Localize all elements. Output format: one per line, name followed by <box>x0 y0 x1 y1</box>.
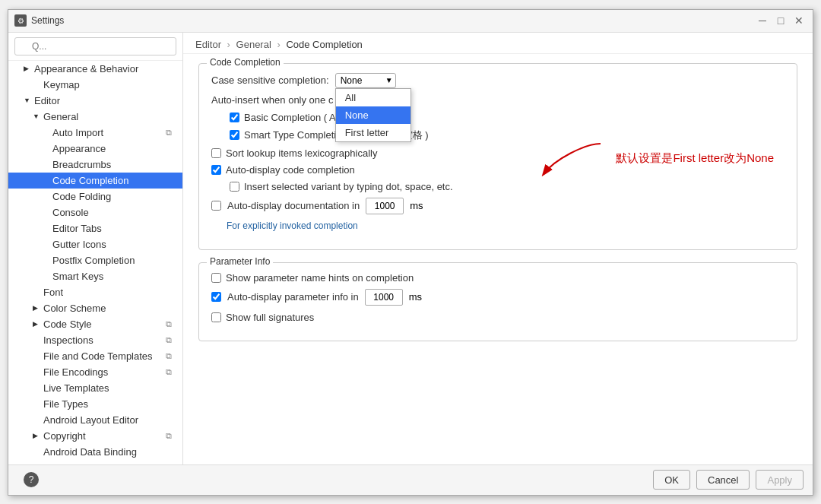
collapse-icon: ▶ <box>33 432 40 439</box>
sidebar-item-label: Code Folding <box>52 191 111 202</box>
dropdown-container: None ▼ All None First letter <box>335 73 396 88</box>
sidebar-item-label: File and Code Templates <box>43 350 153 362</box>
annotation-container: 默认设置是First letter改为None <box>540 136 774 182</box>
dropdown-option-none[interactable]: None <box>336 106 410 124</box>
sidebar-item-label: Breadcrumbs <box>52 159 111 170</box>
auto-display-param-label: Auto-display parameter info in <box>227 291 359 303</box>
sort-lookup-label: Sort lookup items lexicographically <box>226 147 377 159</box>
collapse-icon: ▶ <box>24 65 31 72</box>
auto-display-param-checkbox[interactable] <box>211 292 221 302</box>
sidebar-item-label: Console <box>52 207 89 218</box>
sidebar-item-gutter-icons[interactable]: Gutter Icons <box>8 236 182 252</box>
parameter-info-section: Parameter Info Show parameter name hints… <box>198 262 797 341</box>
sidebar-item-copyright[interactable]: ▶ Copyright ⧉ <box>8 428 182 444</box>
collapse-icon: ▶ <box>33 320 40 328</box>
sidebar-item-keymap[interactable]: Keymap <box>8 77 182 93</box>
sidebar-item-font[interactable]: Font <box>8 284 182 300</box>
auto-display-doc-row: Auto-display documentation in ms <box>211 198 785 214</box>
basic-completion-checkbox[interactable] <box>230 113 239 122</box>
sidebar-item-general[interactable]: ▼ General <box>8 109 182 125</box>
sidebar-item-label: Gutter Icons <box>52 239 106 250</box>
sidebar-item-editor-tabs[interactable]: Editor Tabs <box>8 220 182 236</box>
sidebar-item-label: Android Data Binding <box>43 446 137 458</box>
auto-display-doc-checkbox[interactable] <box>211 201 221 211</box>
cancel-button[interactable]: Cancel <box>696 470 750 490</box>
search-wrap: 🔍 <box>14 37 176 55</box>
dropdown-option-all[interactable]: All <box>336 89 410 106</box>
search-box: 🔍 <box>8 33 182 61</box>
sidebar-item-label: Appearance & Behavior <box>34 63 138 74</box>
sidebar-item-live-templates[interactable]: Live Templates <box>8 380 182 396</box>
sidebar-item-label: Smart Keys <box>52 271 103 282</box>
sidebar-item-label: File Types <box>43 398 88 410</box>
sidebar-item-inspections[interactable]: Inspections ⧉ <box>8 332 182 348</box>
smart-type-checkbox[interactable] <box>230 130 239 140</box>
copy-icon: ⧉ <box>166 128 176 138</box>
case-sensitive-row: Case sensitive completion: None ▼ All <box>211 73 785 88</box>
section2-title: Parameter Info <box>207 256 273 267</box>
show-full-sig-row: Show full signatures <box>211 312 785 323</box>
auto-display-param-ms-input[interactable] <box>365 289 403 306</box>
content-area: Code Completion Case sensitive completio… <box>183 54 813 464</box>
minimize-button[interactable]: ─ <box>755 13 770 28</box>
footer: ? OK Cancel Apply <box>8 464 813 495</box>
sidebar: 🔍 ▶ Appearance & Behavior Keymap ▼ Edito… <box>8 33 183 464</box>
show-full-sig-checkbox[interactable] <box>211 312 221 322</box>
sidebar-item-file-encodings[interactable]: File Encodings ⧉ <box>8 364 182 380</box>
sidebar-item-label: Inspections <box>43 334 94 346</box>
sidebar-item-appearance[interactable]: Appearance <box>8 141 182 157</box>
sidebar-item-editor[interactable]: ▼ Editor <box>8 93 182 109</box>
sidebar-item-file-types[interactable]: File Types <box>8 396 182 412</box>
sidebar-item-console[interactable]: Console <box>8 204 182 220</box>
footer-left: ? <box>17 472 647 487</box>
main-content: Editor › General › Code Completion Code … <box>183 33 813 464</box>
show-param-hints-label: Show parameter name hints on completion <box>226 272 414 284</box>
sidebar-item-color-scheme[interactable]: ▶ Color Scheme <box>8 300 182 316</box>
sidebar-item-label: Copyright <box>43 430 86 442</box>
close-button[interactable]: ✕ <box>791 13 807 28</box>
copy-icon: ⧉ <box>166 367 176 377</box>
show-param-hints-checkbox[interactable] <box>211 273 221 283</box>
sidebar-item-label: Postfix Completion <box>52 255 135 266</box>
breadcrumb-general: General <box>236 39 271 50</box>
auto-display-doc-ms-input[interactable] <box>366 198 404 214</box>
copy-icon: ⧉ <box>166 319 176 329</box>
sidebar-item-breadcrumbs[interactable]: Breadcrumbs <box>8 157 182 173</box>
sidebar-item-label: Code Style <box>43 319 92 330</box>
breadcrumb-current: Code Completion <box>286 39 362 50</box>
sort-lookup-checkbox[interactable] <box>211 148 221 158</box>
insert-variant-checkbox[interactable] <box>230 182 239 192</box>
sidebar-item-code-folding[interactable]: Code Folding <box>8 189 182 204</box>
auto-display-checkbox[interactable] <box>211 165 221 175</box>
show-param-hints-row: Show parameter name hints on completion <box>211 272 785 284</box>
dropdown-popup: All None First letter <box>335 88 411 142</box>
sidebar-item-code-style[interactable]: ▶ Code Style ⧉ <box>8 316 182 332</box>
code-completion-section: Code Completion Case sensitive completio… <box>198 63 797 250</box>
dropdown-arrow-icon: ▼ <box>385 76 393 84</box>
search-input[interactable] <box>14 37 176 55</box>
window-title: Settings <box>31 15 64 26</box>
ok-button[interactable]: OK <box>653 470 690 490</box>
red-arrow-svg <box>540 136 608 182</box>
sidebar-item-smart-keys[interactable]: Smart Keys <box>8 268 182 284</box>
sidebar-item-auto-import[interactable]: Auto Import ⧉ <box>8 125 182 141</box>
sidebar-item-appearance-behavior[interactable]: ▶ Appearance & Behavior <box>8 61 182 77</box>
case-sensitive-dropdown[interactable]: None ▼ <box>335 73 396 88</box>
maximize-button[interactable]: □ <box>773 13 788 28</box>
sidebar-item-android-layout-editor[interactable]: Android Layout Editor <box>8 412 182 428</box>
auto-display-label: Auto-display code completion <box>226 164 355 176</box>
copy-icon: ⧉ <box>166 335 176 345</box>
dropdown-value: None <box>341 75 363 86</box>
sidebar-item-file-code-templates[interactable]: File and Code Templates ⧉ <box>8 348 182 364</box>
help-button[interactable]: ? <box>24 472 39 487</box>
apply-button[interactable]: Apply <box>756 470 804 490</box>
dropdown-option-first-letter[interactable]: First letter <box>336 124 410 141</box>
collapse-icon: ▶ <box>33 304 40 312</box>
title-bar: ⚙ Settings ─ □ ✕ <box>8 10 813 33</box>
sidebar-item-postfix-completion[interactable]: Postfix Completion <box>8 252 182 268</box>
breadcrumb: Editor › General › Code Completion <box>183 33 813 54</box>
sidebar-item-code-completion[interactable]: Code Completion <box>8 173 182 189</box>
sidebar-item-android-data-binding[interactable]: Android Data Binding <box>8 444 182 460</box>
auto-insert-label: Auto-insert when only one c <box>211 94 333 106</box>
app-icon: ⚙ <box>14 14 27 27</box>
